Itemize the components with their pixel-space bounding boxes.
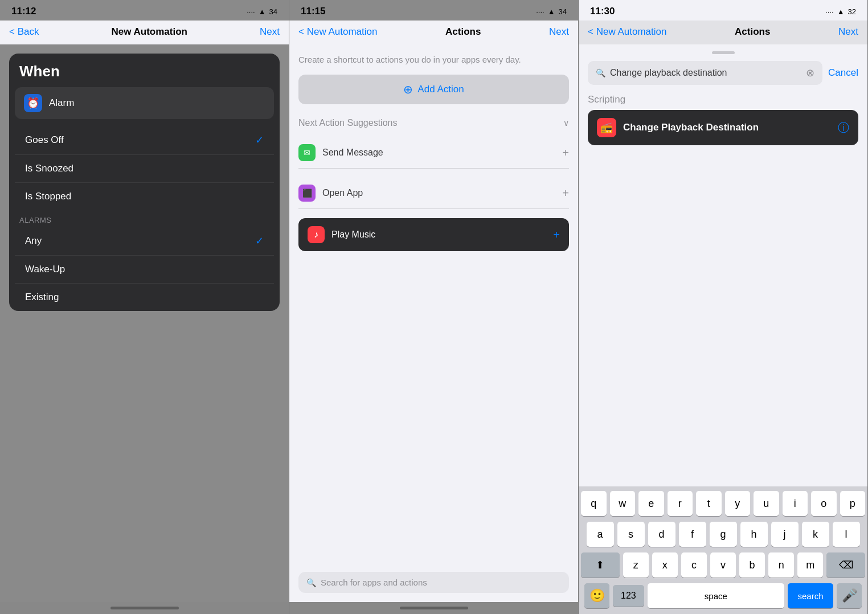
nav-bar-3: < New Automation Actions Next: [579, 21, 867, 44]
open-app-left: ⬛ Open App: [298, 185, 363, 202]
status-icons-3: ···· ▲ 32: [825, 7, 856, 16]
cancel-button[interactable]: Cancel: [828, 67, 858, 79]
key-n[interactable]: n: [768, 552, 794, 578]
add-action-plus-icon: ⊕: [403, 83, 413, 96]
next-button-3[interactable]: Next: [838, 26, 858, 38]
goes-off-label: Goes Off: [25, 134, 64, 146]
key-i[interactable]: i: [783, 491, 808, 516]
numbers-key[interactable]: 123: [613, 585, 644, 607]
wakeup-label: Wake-Up: [25, 264, 65, 275]
key-q[interactable]: q: [581, 491, 607, 516]
wifi-icon-3: ▲: [837, 7, 845, 16]
status-time-3: 11:30: [590, 6, 615, 17]
nav-title-1: New Automation: [112, 26, 187, 38]
key-c[interactable]: c: [681, 552, 707, 578]
delete-key[interactable]: ⌫: [826, 552, 865, 578]
key-x[interactable]: x: [652, 552, 678, 578]
any-check: ✓: [255, 235, 264, 247]
key-b[interactable]: b: [739, 552, 765, 578]
key-l[interactable]: l: [833, 522, 860, 547]
open-app-add-icon: +: [562, 187, 569, 200]
key-y[interactable]: y: [725, 491, 751, 516]
key-z[interactable]: z: [623, 552, 649, 578]
status-bar-3: 11:30 ···· ▲ 32: [579, 0, 867, 21]
open-app-suggestion[interactable]: ⬛ Open App +: [298, 178, 569, 209]
actions-search-placeholder: Search for apps and actions: [321, 578, 427, 587]
signal-icon-3: ····: [825, 7, 833, 16]
keyboard-row-2: a s d f g h j k l: [581, 522, 865, 547]
nav-title-3: Actions: [735, 26, 770, 38]
key-j[interactable]: j: [771, 522, 799, 547]
next-button-1[interactable]: Next: [260, 26, 280, 38]
next-button-2[interactable]: Next: [549, 26, 569, 38]
alarm-filter-list: Any ✓ Wake-Up Existing: [15, 227, 274, 311]
battery-icon-2: 34: [559, 7, 567, 16]
goes-off-option[interactable]: Goes Off ✓: [15, 126, 274, 155]
space-key[interactable]: space: [648, 583, 784, 608]
key-u[interactable]: u: [754, 491, 779, 516]
key-s[interactable]: s: [617, 522, 645, 547]
search-field-value: Change playback destination: [610, 68, 727, 78]
shift-key[interactable]: ⬆: [581, 552, 620, 578]
key-h[interactable]: h: [740, 522, 768, 547]
existing-label: Existing: [25, 292, 59, 303]
key-g[interactable]: g: [710, 522, 737, 547]
key-r[interactable]: r: [668, 491, 693, 516]
key-a[interactable]: a: [587, 522, 614, 547]
mic-key[interactable]: 🎤: [837, 583, 862, 608]
when-header: When: [9, 54, 280, 85]
is-stopped-label: Is Stopped: [25, 191, 71, 202]
play-music-suggestion[interactable]: ♪ Play Music +: [298, 218, 569, 251]
wifi-icon-2: ▲: [548, 7, 555, 16]
result-info-icon[interactable]: ⓘ: [838, 120, 849, 136]
keyboard: q w e r t y u i o p a s d f g h j k l ⬆ …: [579, 486, 867, 614]
open-app-label: Open App: [322, 188, 363, 198]
existing-option[interactable]: Existing: [15, 284, 274, 311]
key-k[interactable]: k: [802, 522, 829, 547]
actions-search-bar[interactable]: 🔍 Search for apps and actions: [298, 572, 569, 593]
search-clear-icon[interactable]: ⊗: [806, 67, 814, 79]
status-icons-2: ···· ▲ 34: [536, 7, 567, 16]
key-o[interactable]: o: [811, 491, 837, 516]
key-m[interactable]: m: [797, 552, 823, 578]
key-e[interactable]: e: [638, 491, 664, 516]
phone-panel-2: 11:15 ···· ▲ 34 < New Automation Actions…: [289, 0, 579, 614]
add-action-label: Add Action: [417, 84, 464, 95]
scripting-section-label: Scripting: [588, 94, 858, 105]
wakeup-option[interactable]: Wake-Up: [15, 256, 274, 284]
key-w[interactable]: w: [610, 491, 636, 516]
any-label: Any: [25, 235, 42, 247]
search-key[interactable]: search: [788, 583, 833, 608]
is-snoozed-label: Is Snoozed: [25, 163, 73, 174]
trigger-options-list: Goes Off ✓ Is Snoozed Is Stopped: [15, 126, 274, 210]
battery-icon-1: 34: [269, 7, 277, 16]
alarm-selector[interactable]: ⏰ Alarm: [15, 87, 274, 119]
key-f[interactable]: f: [679, 522, 706, 547]
alarm-label: Alarm: [49, 97, 74, 109]
back-button-2[interactable]: < New Automation: [298, 26, 377, 38]
back-button-3[interactable]: < New Automation: [588, 26, 666, 38]
panel1-content: When ⏰ Alarm Goes Off ✓ Is Snoozed Is St…: [0, 44, 289, 602]
status-bar-2: 11:15 ···· ▲ 34: [289, 0, 578, 21]
key-p[interactable]: p: [840, 491, 866, 516]
status-time-2: 11:15: [301, 6, 325, 17]
is-stopped-option[interactable]: Is Stopped: [15, 183, 274, 210]
key-t[interactable]: t: [696, 491, 722, 516]
suggestions-chevron-icon: ∨: [563, 118, 569, 128]
add-action-button[interactable]: ⊕ Add Action: [298, 75, 569, 104]
key-d[interactable]: d: [648, 522, 675, 547]
status-icons-1: ···· ▲ 34: [247, 7, 277, 16]
home-indicator-2: [400, 607, 468, 609]
status-time-1: 11:12: [11, 6, 36, 17]
send-message-suggestion[interactable]: ✉ Send Message +: [298, 137, 569, 169]
send-message-left: ✉ Send Message: [298, 144, 383, 161]
key-v[interactable]: v: [710, 552, 736, 578]
back-button-1[interactable]: < Back: [9, 26, 39, 38]
change-playback-result[interactable]: 📻 Change Playback Destination ⓘ: [588, 110, 858, 145]
emoji-key[interactable]: 🙂: [584, 583, 609, 608]
is-snoozed-option[interactable]: Is Snoozed: [15, 155, 274, 183]
search-field[interactable]: 🔍 Change playback destination ⊗: [588, 61, 822, 85]
any-option[interactable]: Any ✓: [15, 227, 274, 256]
alarm-icon: ⏰: [24, 94, 42, 112]
goes-off-check: ✓: [255, 134, 264, 146]
